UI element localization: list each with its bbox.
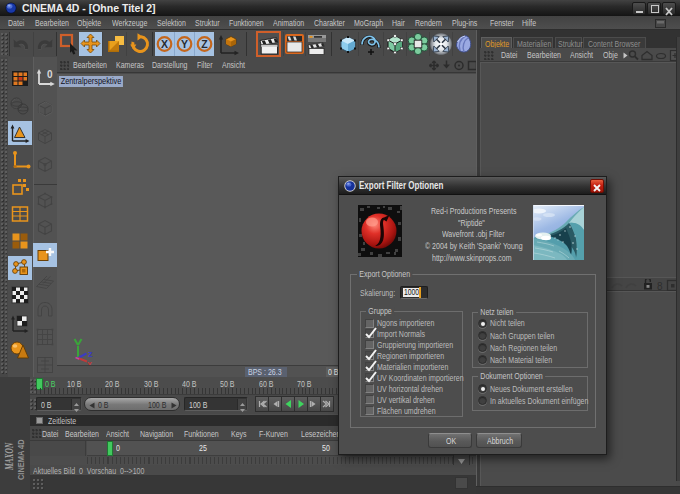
- svg-text:Z: Z: [201, 38, 208, 50]
- svg-text:Y: Y: [181, 38, 188, 50]
- svg-text:8: 8: [657, 281, 663, 292]
- svg-text:X: X: [161, 38, 168, 50]
- svg-text:z: z: [88, 349, 93, 359]
- svg-text:0: 0: [47, 69, 53, 80]
